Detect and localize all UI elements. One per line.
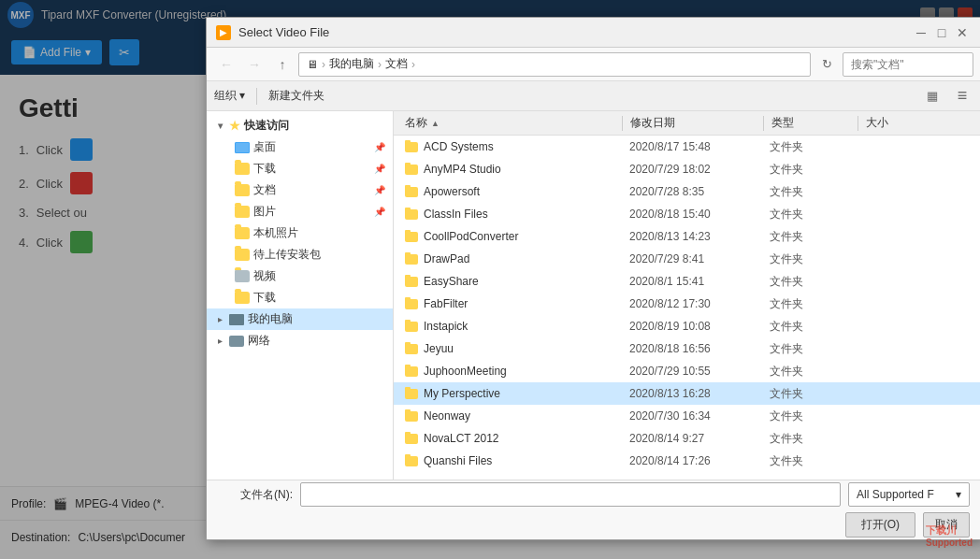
file-row[interactable]: ACD Systems2020/8/17 15:48文件夹 [394,136,980,158]
sidebar-item-downloads2[interactable]: 下载 [207,287,393,308]
right-panel: 名称 ▲ 修改日期 类型 大小 ACD Systems2020/8/17 15:… [394,111,980,480]
organize-button[interactable]: 组织 ▾ [214,88,245,104]
file-name-text: Jeyuu [424,342,454,355]
file-name-text: CoollPodConverter [424,230,518,243]
documents-pin-icon: 📌 [374,185,385,195]
breadcrumb-documents[interactable]: 文档 [385,56,408,72]
network-icon [229,336,244,347]
file-row[interactable]: CoollPodConverter2020/8/13 14:23文件夹 [394,225,980,248]
supported-text: Supported [926,538,973,548]
file-name-text: ClassIn Files [424,208,488,221]
downloads2-label: 下载 [253,290,276,306]
filename-label: 文件名(N): [218,487,293,503]
sidebar-item-videos[interactable]: 视频 [207,265,393,287]
folder-icon [405,299,418,309]
new-folder-button[interactable]: 新建文件夹 [268,88,324,104]
sidebar-item-documents[interactable]: 文档 📌 [207,179,393,201]
downloads-pin-icon: 📌 [374,164,385,174]
documents-label: 文档 [253,182,276,198]
dialog-minimize-button[interactable]: ─ [912,23,930,42]
desktop-pin-icon: 📌 [374,142,385,152]
file-type-text: 文件夹 [762,408,856,424]
file-type-text: 文件夹 [762,386,856,402]
view-details-button[interactable]: ≡ [951,85,973,108]
sidebar-item-network[interactable]: 网络 [207,330,393,351]
filename-row: 文件名(N): All Supported F ▾ [218,482,970,507]
file-row[interactable]: AnyMP4 Studio2020/7/29 18:02文件夹 [394,158,980,180]
col-name-header[interactable]: 名称 ▲ [397,115,622,131]
documents-folder-icon [235,184,250,196]
dialog-buttons: 打开(O) 取消 [218,512,970,538]
file-date-text: 2020/8/18 15:40 [622,208,762,221]
nav-breadcrumb[interactable]: 🖥 › 我的电脑 › 文档 › [298,52,811,77]
folder-icon [405,411,418,422]
dialog-close-button[interactable]: ✕ [953,23,972,42]
file-type-text: 文件夹 [762,364,856,380]
left-panel: ★ 快速访问 桌面 📌 下载 📌 文档 📌 图片 📌 [207,111,394,480]
file-row[interactable]: My Perspective2020/8/13 16:28文件夹 [394,382,980,405]
nav-search-input[interactable] [843,52,973,77]
nav-back-button[interactable]: ← [214,52,238,77]
dialog-bottom: 文件名(N): All Supported F ▾ 打开(O) 取消 [207,480,980,539]
file-row[interactable]: Quanshi Files2020/8/14 17:26文件夹 [394,450,980,472]
dialog-title: Select Video File [238,25,904,39]
column-header: 名称 ▲ 修改日期 类型 大小 [394,111,980,136]
sidebar-item-downloads[interactable]: 下载 📌 [207,158,393,179]
file-row[interactable]: JuphoonMeeting2020/7/29 10:55文件夹 [394,360,980,382]
filename-input[interactable] [300,482,841,507]
breadcrumb-my-pc[interactable]: 我的电脑 [329,56,374,72]
file-name-text: FabFilter [424,297,468,310]
folder-icon [405,456,418,466]
folder-icon [405,389,418,399]
folder-icon [405,322,418,332]
breadcrumb-separator-1: › [322,58,325,71]
file-row[interactable]: FabFilter2020/8/12 17:30文件夹 [394,293,980,315]
network-label: 网络 [248,333,270,349]
pictures-pin-icon: 📌 [374,207,385,217]
file-row[interactable]: Neonway2020/7/30 16:34文件夹 [394,405,980,427]
file-row[interactable]: Instapick2020/8/19 10:08文件夹 [394,315,980,337]
quick-access-header[interactable]: ★ 快速访问 [207,115,393,136]
folder-icon [405,165,418,175]
folder-icon [405,209,418,220]
nav-refresh-button[interactable]: ↻ [814,52,839,77]
open-button[interactable]: 打开(O) [845,512,915,538]
file-row[interactable]: EasyShare2020/8/1 15:41文件夹 [394,270,980,293]
nav-forward-button[interactable]: → [242,52,267,77]
file-name-text: NovaLCT 2012 [424,432,499,445]
file-type-text: 文件夹 [762,162,856,178]
sidebar-item-local-photos[interactable]: 本机照片 [207,222,393,244]
upload-pkg-label: 待上传安装包 [253,247,321,263]
filetype-dropdown[interactable]: All Supported F ▾ [848,482,970,507]
col-type-header[interactable]: 类型 [764,115,858,131]
dialog-maximize-button[interactable]: □ [932,23,951,42]
sidebar-item-my-pc[interactable]: 我的电脑 [207,308,393,330]
col-size-header[interactable]: 大小 [858,115,977,131]
file-date-text: 2020/8/19 10:08 [622,320,762,333]
file-type-text: 文件夹 [762,139,856,155]
file-name-text: Neonway [424,409,470,423]
file-row[interactable]: NovaLCT 20122020/8/14 9:27文件夹 [394,427,980,450]
sort-arrow-icon: ▲ [431,119,440,128]
file-date-text: 2020/7/28 8:35 [622,185,762,198]
organize-label: 组织 ▾ [214,88,245,104]
file-type-text: 文件夹 [762,341,856,357]
file-row[interactable]: ClassIn Files2020/8/18 15:40文件夹 [394,203,980,225]
col-date-header[interactable]: 修改日期 [623,115,763,131]
nav-up-button[interactable]: ↑ [270,52,295,77]
view-toggle-button[interactable]: ▦ [921,85,944,108]
file-type-text: 文件夹 [762,251,856,267]
file-name-text: DrawPad [424,252,469,265]
sidebar-item-pictures[interactable]: 图片 📌 [207,201,393,222]
sidebar-item-upload-pkg[interactable]: 待上传安装包 [207,244,393,265]
file-name-text: Instapick [424,320,468,333]
toolbar-separator [256,88,257,105]
file-row[interactable]: DrawPad2020/7/29 8:41文件夹 [394,248,980,270]
folder-icon [405,142,418,152]
videos-folder-icon [235,270,250,282]
sidebar-item-desktop[interactable]: 桌面 📌 [207,136,393,158]
dialog-main: ★ 快速访问 桌面 📌 下载 📌 文档 📌 图片 📌 [207,111,980,480]
quick-access-label: 快速访问 [244,118,289,134]
file-row[interactable]: Apowersoft2020/7/28 8:35文件夹 [394,180,980,203]
file-row[interactable]: Jeyuu2020/8/18 16:56文件夹 [394,337,980,360]
